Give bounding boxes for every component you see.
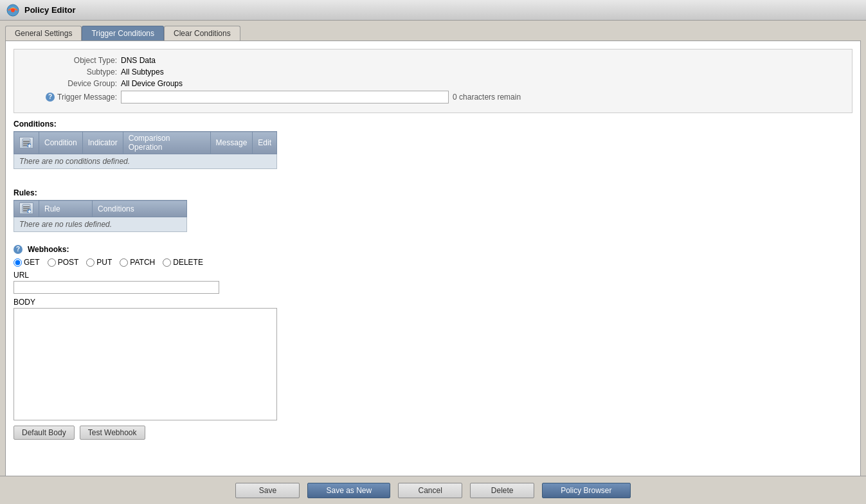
- rules-add-header: [14, 201, 39, 217]
- webhooks-label: ? Webhooks:: [14, 245, 852, 254]
- condition-col-header: Condition: [39, 132, 83, 154]
- rules-empty-text: There are no rules defined.: [14, 217, 187, 232]
- webhooks-help-icon[interactable]: ?: [14, 245, 23, 254]
- indicator-col-header: Indicator: [82, 132, 123, 154]
- method-delete[interactable]: DELETE: [163, 258, 203, 267]
- conditions-table-header: Condition Indicator Comparison Operation…: [14, 132, 277, 154]
- subtype-row: Subtype: All Subtypes: [27, 68, 839, 76]
- message-col-header: Message: [210, 132, 253, 154]
- svg-rect-5: [23, 145, 27, 146]
- svg-rect-12: [23, 210, 27, 212]
- conditions-add-header: [14, 132, 39, 154]
- cancel-button[interactable]: Cancel: [398, 483, 462, 498]
- body-label: BODY: [14, 298, 852, 307]
- method-put[interactable]: PUT: [86, 258, 112, 267]
- url-label: URL: [14, 271, 852, 280]
- body-textarea[interactable]: [14, 308, 277, 420]
- url-input[interactable]: [14, 281, 219, 294]
- radio-post[interactable]: [48, 258, 56, 267]
- object-type-label: Object Type:: [27, 56, 117, 65]
- conditions-section-label: Conditions:: [14, 120, 852, 129]
- webhooks-section: ? Webhooks: GET POST PUT: [14, 245, 852, 440]
- method-post[interactable]: POST: [48, 258, 79, 267]
- title-bar: Policy Editor: [0, 0, 866, 21]
- content-area: General Settings Trigger Conditions Clea…: [0, 21, 866, 483]
- object-type-value: DNS Data: [121, 56, 156, 65]
- svg-rect-10: [23, 206, 30, 208]
- radio-delete[interactable]: [163, 258, 171, 267]
- rules-add-button[interactable]: [19, 203, 33, 214]
- delete-button[interactable]: Delete: [470, 483, 534, 498]
- rule-col-header: Rule: [39, 201, 93, 217]
- device-group-value: All Device Groups: [121, 79, 183, 88]
- conditions-add-button[interactable]: [19, 137, 33, 148]
- subtype-label: Subtype:: [27, 68, 117, 76]
- svg-rect-3: [23, 141, 30, 142]
- test-webhook-button[interactable]: Test Webhook: [80, 426, 145, 440]
- method-patch[interactable]: PATCH: [120, 258, 155, 267]
- default-body-button[interactable]: Default Body: [14, 426, 75, 440]
- char-count: 0 characters remain: [453, 93, 521, 102]
- radio-get[interactable]: [14, 258, 22, 267]
- tab-clear-conditions[interactable]: Clear Conditions: [164, 26, 240, 40]
- method-get[interactable]: GET: [14, 258, 40, 267]
- rules-empty-row: There are no rules defined.: [14, 217, 187, 232]
- object-type-row: Object Type: DNS Data: [27, 56, 839, 65]
- http-method-group: GET POST PUT PATCH: [14, 258, 852, 267]
- device-group-row: Device Group: All Device Groups: [27, 79, 839, 88]
- trigger-message-input[interactable]: [121, 91, 449, 104]
- svg-rect-4: [23, 143, 30, 144]
- info-box: Object Type: DNS Data Subtype: All Subty…: [14, 49, 852, 113]
- conditions-empty-text: There are no conditions defined.: [14, 154, 277, 169]
- conditions-table: Condition Indicator Comparison Operation…: [14, 131, 277, 169]
- rules-table: Rule Conditions There are no rules defin…: [14, 200, 187, 232]
- tab-trigger-conditions[interactable]: Trigger Conditions: [82, 26, 164, 40]
- radio-patch[interactable]: [120, 258, 128, 267]
- policy-browser-button[interactable]: Policy Browser: [542, 483, 630, 498]
- app-title: Policy Editor: [24, 5, 75, 15]
- trigger-message-row: ? Trigger Message: 0 characters remain: [27, 91, 839, 104]
- save-button[interactable]: Save: [235, 483, 300, 498]
- radio-put[interactable]: [86, 258, 95, 267]
- subtype-value: All Subtypes: [121, 68, 164, 76]
- svg-point-1: [11, 8, 15, 12]
- tabs-container: General Settings Trigger Conditions Clea…: [5, 26, 861, 40]
- device-group-label: Device Group:: [27, 79, 117, 88]
- comparison-col-header: Comparison Operation: [123, 132, 210, 154]
- main-panel: Object Type: DNS Data Subtype: All Subty…: [5, 40, 861, 478]
- footer-bar: Save Save as New Cancel Delete Policy Br…: [0, 476, 866, 504]
- rules-table-header: Rule Conditions: [14, 201, 187, 217]
- webhook-actions: Default Body Test Webhook: [14, 426, 852, 440]
- edit-col-header: Edit: [253, 132, 277, 154]
- save-as-new-button[interactable]: Save as New: [307, 483, 390, 498]
- svg-rect-11: [23, 208, 30, 210]
- trigger-message-label: ? Trigger Message:: [27, 93, 117, 102]
- tab-general-settings[interactable]: General Settings: [5, 26, 82, 40]
- app-icon: [6, 4, 19, 17]
- trigger-message-help-icon[interactable]: ?: [46, 93, 55, 102]
- rules-section-label: Rules:: [14, 188, 852, 197]
- conditions-empty-row: There are no conditions defined.: [14, 154, 277, 169]
- conditions-col-header: Conditions: [93, 201, 187, 217]
